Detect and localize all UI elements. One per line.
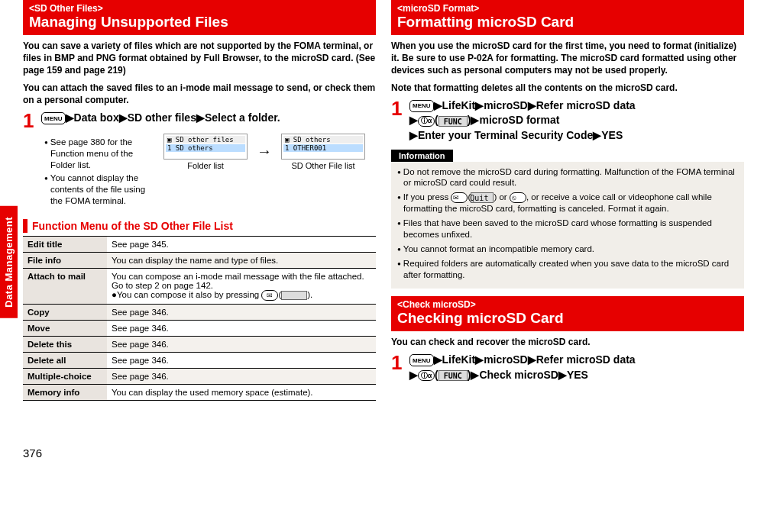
section-title: Formatting microSD Card <box>397 14 738 31</box>
table-row: Edit titleSee page 345. <box>23 236 376 252</box>
intro-text: You can check and recover the microSD ca… <box>391 336 744 348</box>
mail-icon: ✉ <box>451 192 468 203</box>
screen-image: ▣ SD others 1 OTHER001 <box>281 134 365 160</box>
intro-text: When you use the microSD card for the fi… <box>391 40 744 77</box>
table-row: Multiple-choiceSee page 346. <box>23 368 376 384</box>
page-number: 376 <box>23 447 767 459</box>
left-column: <SD Other Files> Managing Unsupported Fi… <box>23 0 376 401</box>
section-header-format: <microSD Format> Formatting microSD Card <box>391 0 744 35</box>
step-number: 1 <box>391 98 406 118</box>
page: Data Management <SD Other Files> Managin… <box>0 0 767 416</box>
info-bullet: If you press ✉(Quit) or ⎋, or receive a … <box>397 192 738 214</box>
function-menu-header: Function Menu of the SD Other File List <box>23 219 376 233</box>
information-header: Information <box>391 150 453 162</box>
step-detail-row: See page 380 for the Function menu of th… <box>23 134 376 213</box>
table-row: CopySee page 346. <box>23 304 376 320</box>
sub-bullets: See page 380 for the Function menu of th… <box>44 137 153 207</box>
blank-softkey-icon <box>281 291 307 300</box>
section-title: Checking microSD Card <box>397 310 738 327</box>
info-bullet: Required folders are automatically creat… <box>397 258 738 281</box>
screens: ▣ SD other files 1 SD others Folder list… <box>163 134 365 170</box>
information-block: Information Do not remove the microSD ca… <box>391 150 744 289</box>
arrow-icon: → <box>257 143 272 160</box>
table-row: Delete thisSee page 346. <box>23 336 376 352</box>
info-bullet: Do not remove the microSD card during fo… <box>397 166 738 189</box>
section-header-sd-other: <SD Other Files> Managing Unsupported Fi… <box>23 0 376 35</box>
section-sub: <microSD Format> <box>397 3 738 14</box>
end-key-icon: ⎋ <box>510 192 526 203</box>
function-menu-table: Edit titleSee page 345. File infoYou can… <box>23 236 376 401</box>
screen-image: ▣ SD other files 1 SD others <box>163 134 248 160</box>
information-body: Do not remove the microSD card during fo… <box>391 162 744 289</box>
screen-folder-list: ▣ SD other files 1 SD others Folder list <box>163 134 248 170</box>
menu-icon: MENU <box>41 112 66 124</box>
info-bullet: Files that have been saved to the microS… <box>397 218 738 240</box>
func-softkey-icon: FUNC <box>439 116 468 127</box>
table-row: Memory infoYou can display the used memo… <box>23 384 376 400</box>
func-softkey-icon: FUNC <box>439 370 468 381</box>
mail-icon: ✉ <box>261 290 278 301</box>
bullet: See page 380 for the Function menu of th… <box>44 137 153 171</box>
section-header-check: <Check microSD> Checking microSD Card <box>391 296 744 331</box>
i-alpha-icon: ⓘα <box>418 116 435 127</box>
menu-icon: MENU <box>409 100 434 112</box>
step-body: MENU▶LifeKit▶microSD▶Refer microSD data … <box>409 98 744 143</box>
menu-icon: MENU <box>409 354 434 366</box>
intro-text-1: You can save a variety of files which ar… <box>23 40 376 77</box>
step-1-format: 1 MENU▶LifeKit▶microSD▶Refer microSD dat… <box>391 98 744 143</box>
step-1-check: 1 MENU▶LifeKit▶microSD▶Refer microSD dat… <box>391 353 744 382</box>
quit-softkey-icon: Quit <box>471 192 494 203</box>
step-body: MENU▶Data box▶SD other files▶Select a fo… <box>41 111 376 126</box>
step-number: 1 <box>23 111 38 131</box>
table-row: Delete allSee page 346. <box>23 352 376 368</box>
screen-caption: Folder list <box>163 161 248 170</box>
side-tab: Data Management <box>0 206 18 318</box>
section-sub: <Check microSD> <box>397 299 738 310</box>
screen-sd-other-list: ▣ SD others 1 OTHER001 SD Other File lis… <box>281 134 365 170</box>
table-row: Attach to mailYou can compose an i-mode … <box>23 268 376 304</box>
info-bullet: You cannot format an incompatible memory… <box>397 243 738 255</box>
right-column: <microSD Format> Formatting microSD Card… <box>391 0 744 401</box>
table-row: File infoYou can display the name and ty… <box>23 252 376 268</box>
intro-text-2: You can attach the saved files to an i-m… <box>23 82 376 106</box>
section-sub: <SD Other Files> <box>29 3 370 14</box>
function-menu-title: Function Menu of the SD Other File List <box>32 220 233 232</box>
step-body: MENU▶LifeKit▶microSD▶Refer microSD data … <box>409 353 744 382</box>
intro-text: Note that formatting deletes all the con… <box>391 82 744 94</box>
section-title: Managing Unsupported Files <box>29 14 370 31</box>
step-1: 1 MENU▶Data box▶SD other files▶Select a … <box>23 111 376 131</box>
i-alpha-icon: ⓘα <box>418 370 435 381</box>
table-row: MoveSee page 346. <box>23 320 376 336</box>
screen-caption: SD Other File list <box>281 161 365 170</box>
step-number: 1 <box>391 353 406 372</box>
step-part2: SD other files <box>128 111 196 124</box>
step-part1: Data box <box>74 111 119 124</box>
step-part3: Select a folder. <box>205 111 280 124</box>
bullet: You cannot display the contents of the f… <box>44 172 153 207</box>
